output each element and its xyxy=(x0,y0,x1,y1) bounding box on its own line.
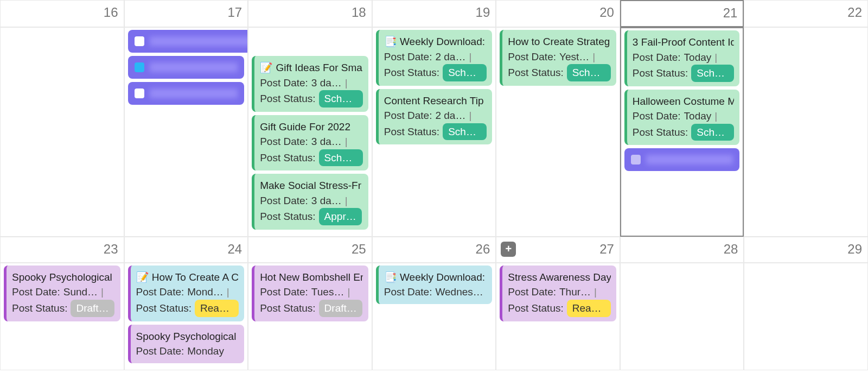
event-title: Content Research Tip xyxy=(384,93,487,109)
day-cell[interactable] xyxy=(0,27,124,237)
status-badge: Sche… xyxy=(443,123,487,141)
status-badge: Draft… xyxy=(319,300,362,317)
day-cell-today[interactable]: 3 Fail-Proof Content Id Post Date:Today|… xyxy=(620,27,744,237)
event-title: 3 Fail-Proof Content Id xyxy=(633,35,735,50)
calendar-event[interactable]: Spooky Psychological Post Date:Monday xyxy=(128,325,245,363)
day-header[interactable]: 20 xyxy=(496,0,620,27)
day-cell[interactable]: How to Create Strateg Post Date:Yest…| P… xyxy=(496,27,620,237)
calendar-event[interactable]: 📝 Gift Ideas For Small Post Date:3 da…| … xyxy=(252,56,368,112)
post-date-label: Post Date: xyxy=(260,75,308,91)
event-title: Spooky Psychological xyxy=(12,270,115,285)
status-badge: Sche… xyxy=(691,65,734,82)
day-header[interactable]: 29 xyxy=(744,237,868,263)
calendar-event[interactable]: Gift Guide For 2022 Post Date:3 da…| Pos… xyxy=(252,115,368,171)
event-title: 📑 Weekly Download: N xyxy=(384,270,487,285)
event-title: 📑 Weekly Download: C xyxy=(384,34,487,49)
day-cell[interactable]: Stress Awareness Day Post Date:Thur…| Po… xyxy=(496,263,620,370)
calendar-event[interactable]: Stress Awareness Day Post Date:Thur…| Po… xyxy=(500,265,616,321)
day-cell[interactable]: 📑 Weekly Download: N Post Date:Wednes… xyxy=(372,263,496,370)
event-title: How to Create Strateg xyxy=(508,34,611,49)
day-cell[interactable]: Spooky Psychological Post Date:Sund…| Po… xyxy=(0,263,124,370)
post-date-value: 3 da… xyxy=(311,75,342,91)
add-event-button[interactable]: + xyxy=(501,242,516,257)
redacted-text xyxy=(150,88,238,98)
redacted-event[interactable] xyxy=(128,56,245,79)
day-cell[interactable] xyxy=(744,263,868,370)
event-title: Hot New Bombshell Er xyxy=(260,270,363,285)
calendar-event[interactable]: 📝 How To Create A Co Post Date:Mond…| Po… xyxy=(128,265,245,321)
status-badge: Sche… xyxy=(443,64,487,81)
event-title: Spooky Psychological xyxy=(136,329,239,344)
day-cell[interactable] xyxy=(620,263,744,370)
calendar-event[interactable]: 📑 Weekly Download: C Post Date:2 da…| Po… xyxy=(376,30,493,86)
event-title: Make Social Stress-Fr xyxy=(260,178,363,193)
status-badge: Read… xyxy=(195,300,239,317)
day-header[interactable]: 19 xyxy=(372,0,496,27)
calendar-event[interactable]: 3 Fail-Proof Content Id Post Date:Today|… xyxy=(624,30,740,86)
event-title: 📝 How To Create A Co xyxy=(136,270,239,285)
status-badge: Sche… xyxy=(691,124,734,141)
calendar-event[interactable]: Spooky Psychological Post Date:Sund…| Po… xyxy=(4,265,120,321)
day-header[interactable]: 24 xyxy=(124,237,248,263)
day-cell[interactable] xyxy=(744,27,868,237)
day-header[interactable]: 18 xyxy=(248,0,372,27)
event-title: Halloween Costume M xyxy=(633,94,735,109)
redacted-text xyxy=(150,36,248,46)
status-badge: Draft… xyxy=(71,300,114,317)
post-status-label: Post Status: xyxy=(260,91,315,106)
square-icon xyxy=(135,36,144,46)
status-badge: Read… xyxy=(567,300,611,317)
day-header[interactable]: 25 xyxy=(248,237,372,263)
day-header[interactable]: 17 xyxy=(124,0,248,27)
status-badge: Sche… xyxy=(319,149,363,167)
day-cell[interactable] xyxy=(124,27,248,237)
square-icon xyxy=(135,62,144,72)
day-header[interactable]: 23 xyxy=(0,237,124,263)
redacted-text xyxy=(150,62,238,72)
day-cell[interactable]: 📑 Weekly Download: C Post Date:2 da…| Po… xyxy=(372,27,496,237)
status-badge: Sche… xyxy=(319,90,363,108)
status-badge: Appr… xyxy=(319,208,362,225)
day-number: 27 xyxy=(599,242,614,256)
day-header-today[interactable]: 21 xyxy=(620,0,744,27)
calendar-grid: 16 17 18 19 20 21 22 📝 Gift Ideas For Sm… xyxy=(0,0,868,370)
day-header[interactable]: 26 xyxy=(372,237,496,263)
day-header[interactable]: 22 xyxy=(744,0,868,27)
redacted-event[interactable] xyxy=(624,148,740,171)
square-icon xyxy=(631,155,641,165)
calendar-event[interactable]: Content Research Tip Post Date:2 da…| Po… xyxy=(376,89,493,145)
redacted-text xyxy=(646,155,733,165)
calendar-event[interactable]: Hot New Bombshell Er Post Date:Tues…| Po… xyxy=(252,265,368,321)
day-cell[interactable]: 📝 How To Create A Co Post Date:Mond…| Po… xyxy=(124,263,248,370)
square-icon xyxy=(135,88,144,98)
day-cell[interactable]: 📝 Gift Ideas For Small Post Date:3 da…| … xyxy=(248,27,372,237)
calendar-event[interactable]: Make Social Stress-Fr Post Date:3 da…| P… xyxy=(252,174,368,230)
day-cell[interactable]: Hot New Bombshell Er Post Date:Tues…| Po… xyxy=(248,263,372,370)
status-badge: Sche… xyxy=(567,64,611,81)
day-header[interactable]: 28 xyxy=(620,237,744,263)
event-title: 📝 Gift Ideas For Small xyxy=(260,60,363,75)
calendar-event[interactable]: 📑 Weekly Download: N Post Date:Wednes… xyxy=(376,265,493,304)
calendar-event[interactable]: How to Create Strateg Post Date:Yest…| P… xyxy=(500,30,616,86)
redacted-event[interactable] xyxy=(128,30,248,53)
day-header[interactable]: + 27 xyxy=(496,237,620,263)
event-title: Gift Guide For 2022 xyxy=(260,119,363,135)
day-header[interactable]: 16 xyxy=(0,0,124,27)
event-title: Stress Awareness Day xyxy=(508,270,611,285)
redacted-event[interactable] xyxy=(128,82,245,105)
calendar-event[interactable]: Halloween Costume M Post Date:Today| Pos… xyxy=(624,90,740,146)
